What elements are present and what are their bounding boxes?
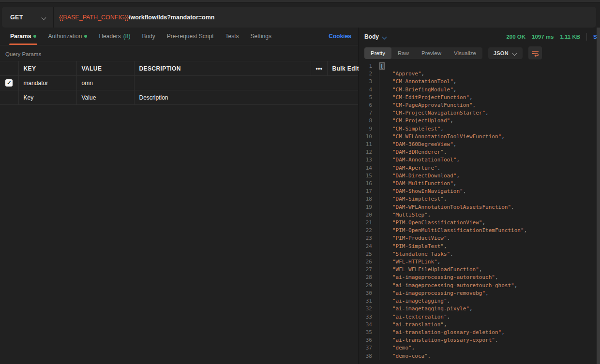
url-path: /workflow/Ids?mandator=omn xyxy=(129,14,214,21)
query-params-title: Query Params xyxy=(0,45,358,61)
line-number: 17 xyxy=(359,188,379,195)
tab-label: Authorization xyxy=(48,33,82,40)
header-description: DESCRIPTION xyxy=(134,61,311,76)
code-line: 19"DAM-WFLAnnotationToolAssetsFunction", xyxy=(359,204,597,211)
line-number: 5 xyxy=(359,94,379,102)
line-content: "DAM-Aperture", xyxy=(379,164,440,172)
request-url-row: GET {{BASE_PATH_CONFIG}}/workflow/Ids?ma… xyxy=(2,7,596,28)
method-dropdown[interactable]: GET xyxy=(2,7,54,28)
code-line: 7"CM-ProjectNavigationStarter", xyxy=(359,109,597,117)
param-key-field[interactable]: mandator xyxy=(18,76,76,90)
line-content: "MultiStep", xyxy=(379,211,431,219)
line-number: 16 xyxy=(359,180,379,188)
line-content: "DAM-ShowInNavigation", xyxy=(379,188,466,195)
view-tab-pretty[interactable]: Pretty xyxy=(364,47,391,59)
right-edge-scrollbar[interactable] xyxy=(597,28,600,364)
tab-count: (8) xyxy=(123,33,131,40)
url-input[interactable]: {{BASE_PATH_CONFIG}}/workflow/Ids?mandat… xyxy=(54,7,215,28)
wrap-text-button[interactable] xyxy=(528,46,542,59)
code-line: 26"WFL-HTTPLink", xyxy=(359,258,597,266)
code-line: 3"CM-AnnotationTool", xyxy=(359,78,597,86)
tab-label: Settings xyxy=(251,33,271,40)
code-line: 15"DAM-DirectDownload", xyxy=(359,172,597,180)
param-enabled-checkbox[interactable]: ✓ xyxy=(5,79,13,87)
code-line: 35"ai-translation-glossary-deletion", xyxy=(359,329,597,336)
line-content: "DAM-DirectDownload", xyxy=(379,172,460,180)
tab-label: Pre-request Script xyxy=(167,33,214,40)
code-line: 9"CM-SimpleTest", xyxy=(359,125,597,133)
line-number: 11 xyxy=(359,141,379,148)
tab-label: Params xyxy=(10,33,31,40)
response-body-dropdown[interactable]: Body xyxy=(364,33,387,40)
tab-authorization[interactable]: Authorization xyxy=(42,28,93,45)
code-line: 23"PIM-ProductView", xyxy=(359,234,597,242)
view-tab-raw[interactable]: Raw xyxy=(391,47,415,59)
code-line: 11"DAM-360DegreeView", xyxy=(359,141,597,148)
line-content: "ai-translation", xyxy=(379,321,447,329)
code-line: 18"DAM-SimpleTest", xyxy=(359,195,597,203)
line-content: "DAM-SimpleTest", xyxy=(379,195,447,203)
line-number: 18 xyxy=(359,195,379,203)
code-line: 10"CM-WFLAnnotationToolViewFunction", xyxy=(359,133,597,141)
code-line: 13"DAM-AnnotationTool", xyxy=(359,156,597,164)
code-line: 30"ai-imageprocessing-removebg", xyxy=(359,290,597,297)
line-number: 32 xyxy=(359,305,379,313)
line-number: 2 xyxy=(359,70,379,78)
response-panel: Body 200 OK 1097 ms 1.11 KB S PrettyRawP… xyxy=(359,28,600,364)
line-number: 9 xyxy=(359,125,379,133)
line-content: "WFL-WFLFileUploadFunction", xyxy=(379,266,482,274)
param-value-field[interactable]: omn xyxy=(76,76,134,90)
line-content: "ai-textcreation", xyxy=(379,313,450,321)
tab-body[interactable]: Body xyxy=(136,28,161,45)
response-time: 1097 ms xyxy=(532,34,554,40)
header-value: VALUE xyxy=(76,61,134,76)
postman-window: GET {{BASE_PATH_CONFIG}}/workflow/Ids?ma… xyxy=(0,0,600,364)
response-view-tabs: PrettyRawPreviewVisualize xyxy=(364,47,482,59)
green-dot-icon xyxy=(33,35,36,38)
wrap-text-icon xyxy=(531,50,539,57)
param-description-placeholder[interactable]: Description xyxy=(134,90,358,105)
line-content: "DAM-AnnotationTool", xyxy=(379,156,460,164)
code-line: 29"ai-imageprocessing-autoretouch-ghost"… xyxy=(359,282,597,290)
param-key-placeholder[interactable]: Key xyxy=(18,90,76,105)
bulk-edit-button[interactable]: Bulk Edit xyxy=(327,61,358,76)
tab-pre-request-script[interactable]: Pre-request Script xyxy=(161,28,220,45)
cookies-link[interactable]: Cookies xyxy=(329,33,351,40)
line-content: "Approve", xyxy=(379,70,424,78)
code-line: 6"CM-PageApprovalFunction", xyxy=(359,102,597,109)
chevron-down-icon xyxy=(382,34,387,39)
code-line: 20"MultiStep", xyxy=(359,211,597,219)
response-toolbar: PrettyRawPreviewVisualize JSON xyxy=(359,45,600,62)
line-number: 4 xyxy=(359,86,379,94)
param-description-field[interactable] xyxy=(134,76,358,90)
language-dropdown[interactable]: JSON xyxy=(488,47,523,59)
more-options-icon[interactable]: ••• xyxy=(311,61,327,76)
view-tab-preview[interactable]: Preview xyxy=(415,47,448,59)
response-body-viewer[interactable]: 1[2"Approve",3"CM-AnnotationTool",4"CM-B… xyxy=(359,62,597,364)
tab-tests[interactable]: Tests xyxy=(220,28,245,45)
line-content: "demo", xyxy=(379,344,415,352)
tab-params[interactable]: Params xyxy=(4,28,42,45)
line-number: 1 xyxy=(359,62,379,70)
view-tab-visualize[interactable]: Visualize xyxy=(448,47,482,59)
code-line: 32"ai-imagetagging-pixyle", xyxy=(359,305,597,313)
line-content: [ xyxy=(379,62,385,70)
line-number: 21 xyxy=(359,219,379,227)
code-line: 24"PIM-SimpleTest", xyxy=(359,243,597,250)
line-number: 38 xyxy=(359,352,379,360)
header-key: KEY xyxy=(18,61,76,76)
line-content: "PIM-OpenMultiClassificationItemFunction… xyxy=(379,227,527,234)
divider xyxy=(586,33,587,41)
param-value-placeholder[interactable]: Value xyxy=(76,90,134,105)
line-number: 28 xyxy=(359,274,379,281)
response-body-label: Body xyxy=(364,33,379,40)
code-line: 21"PIM-OpenClassificationView", xyxy=(359,219,597,227)
code-line: 17"DAM-ShowInNavigation", xyxy=(359,188,597,195)
code-line: 36"ai-translation-glossary-export", xyxy=(359,336,597,344)
line-content: "ai-imageprocessing-autoretouch", xyxy=(379,274,498,281)
code-line: 25"Standalone Tasks", xyxy=(359,250,597,258)
table-row: ✓ mandator omn xyxy=(0,76,358,90)
tab-settings[interactable]: Settings xyxy=(245,28,277,45)
url-environment-variable: {{BASE_PATH_CONFIG}} xyxy=(59,14,129,21)
tab-headers[interactable]: Headers(8) xyxy=(93,28,136,45)
